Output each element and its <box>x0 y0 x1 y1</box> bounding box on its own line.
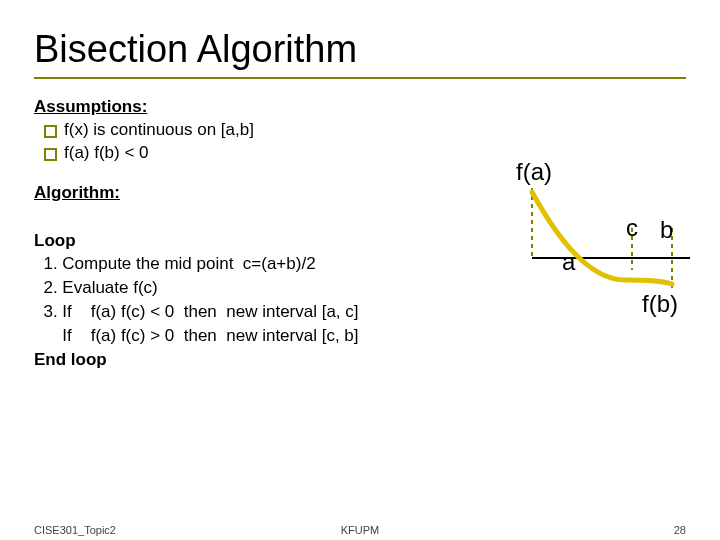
label-b: b <box>660 216 673 244</box>
list-item: f(x) is continuous on [a,b] <box>40 119 686 142</box>
slide-title: Bisection Algorithm <box>34 28 686 71</box>
loop-close: End loop <box>34 350 107 369</box>
footer-left: CISE301_Topic2 <box>34 524 116 536</box>
algo-step: 2. Evaluate f(c) <box>34 278 158 297</box>
curve-svg <box>510 160 710 340</box>
algo-step: 1. Compute the mid point c=(a+b)/2 <box>34 254 316 273</box>
bisection-diagram: f(a) a c b f(b) <box>510 160 710 340</box>
assumptions-list: f(x) is continuous on [a,b] f(a) f(b) < … <box>40 119 686 165</box>
label-c: c <box>626 214 638 242</box>
assumptions-heading: Assumptions: <box>34 97 686 117</box>
footer-page-number: 28 <box>674 524 686 536</box>
label-fb: f(b) <box>642 290 678 318</box>
label-fa: f(a) <box>516 158 552 186</box>
label-a: a <box>562 248 575 276</box>
algo-step: If f(a) f(c) > 0 then new interval [c, b… <box>34 326 359 345</box>
title-rule <box>34 77 686 79</box>
footer-center: KFUPM <box>341 524 380 536</box>
algo-step: 3. If f(a) f(c) < 0 then new interval [a… <box>34 302 359 321</box>
loop-open: Loop <box>34 231 76 250</box>
